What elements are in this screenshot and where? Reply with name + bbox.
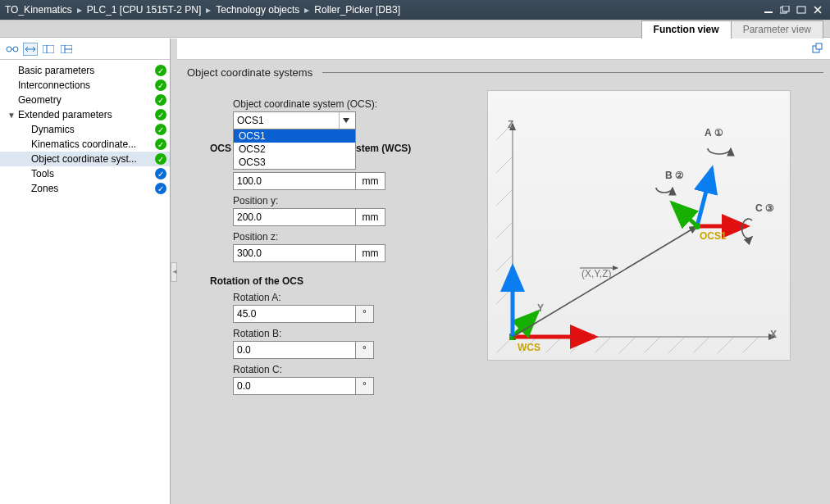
rot-a-input[interactable] [233,305,356,323]
rot-b-input[interactable] [233,341,356,359]
diagram-svg [488,91,791,361]
tree-item-8[interactable]: Zones✓ [0,181,170,196]
svg-line-21 [545,337,562,353]
parameter-tree[interactable]: Basic parameters✓Interconnections✓Geomet… [0,60,170,199]
ocs-select-label: Object coordinate system (OCS): [233,98,482,110]
detach-view-icon[interactable] [810,42,823,55]
window-restore-icon[interactable] [778,4,792,16]
sidebar-toolbar [0,39,170,60]
rot-c-label: Rotation C: [233,364,482,375]
ocs-select[interactable]: OCS1 OCS1 OCS2 OCS3 [233,111,356,129]
diagram-rot-c-num: ③ [765,202,774,214]
svg-point-47 [694,223,700,229]
diagram-rot-b-label: B [665,170,673,181]
view-tab-strip: Function view Parameter view [0,20,830,38]
form-column: Object coordinate system (OCS): OCS1 OCS… [187,82,482,494]
tree-item-label: Kinematics coordinate... [30,138,155,150]
diagram-rot-b-num: ② [675,170,684,181]
svg-line-43 [513,226,697,337]
ocs-select-value: OCS1 [237,115,264,126]
ocs-select-input: OCS1 [233,111,356,129]
status-ok-icon: ✓ [155,94,166,106]
tree-item-0[interactable]: Basic parameters✓ [0,63,170,78]
dropdown-caret-icon[interactable] [339,112,352,129]
tree-item-3[interactable]: ▼Extended parameters✓ [0,107,170,122]
diagram-rot-a-label: A [705,127,711,138]
tree-item-label: Zones [30,183,155,194]
svg-line-34 [496,222,513,238]
vertical-splitter[interactable] [171,39,177,504]
rot-c-unit-button[interactable]: ° [356,377,374,395]
section-rule [322,72,823,73]
status-ok-icon: ✓ [155,79,166,91]
section-title-text: Object coordinate systems [187,66,312,79]
tree-item-4[interactable]: Dynamics✓ [0,122,170,137]
tree-item-1[interactable]: Interconnections✓ [0,78,170,93]
svg-line-32 [496,157,513,173]
ocs-option-1[interactable]: OCS1 [234,129,355,143]
svg-line-25 [644,337,660,353]
breadcrumb-0[interactable]: TO_Kinematics [5,4,72,16]
diagram-z-axis-label: Z [508,119,513,130]
ocs-option-2[interactable]: OCS2 [234,143,355,156]
toolbar-glasses-icon[interactable] [5,43,20,56]
svg-rect-16 [816,43,822,49]
svg-line-22 [570,337,586,353]
diagram-y-axis-label: Y [537,302,544,314]
pos-x-input[interactable] [233,172,356,190]
diagram-wcs-label: WCS [518,342,540,353]
rot-a-unit-button[interactable]: ° [356,305,374,323]
breadcrumb-3[interactable]: Roller_Picker [DB3] [314,4,400,16]
breadcrumb-separator: ▸ [304,4,309,16]
tree-item-7[interactable]: Tools✓ [0,166,170,181]
pos-x-unit: mm [356,172,385,190]
svg-line-46 [697,169,712,226]
svg-rect-3 [797,7,805,13]
svg-line-36 [496,288,513,304]
diagram-x-axis-label: X [770,329,777,340]
svg-line-26 [668,337,685,353]
toolbar-layout2-icon[interactable] [59,43,74,56]
toolbar-layout1-icon[interactable] [41,43,56,56]
svg-line-29 [742,337,759,353]
svg-line-23 [595,337,611,353]
ocs-select-listbox[interactable]: OCS1 OCS2 OCS3 [233,129,356,170]
svg-line-45 [673,203,697,226]
tree-expander-icon[interactable]: ▼ [7,111,16,120]
status-ok-icon: ✓ [155,138,166,150]
window-close-icon[interactable] [810,4,825,16]
pos-y-unit: mm [356,208,385,226]
pos-y-input[interactable] [233,208,356,226]
status-info-icon: ✓ [155,183,166,194]
tab-function-view[interactable]: Function view [641,20,732,39]
svg-line-35 [496,255,513,271]
diagram-rot-a-num: ① [714,127,723,138]
svg-point-7 [13,47,18,52]
window-maximize-icon[interactable] [794,4,809,16]
diagram-vector-label: (X,Y,Z) [581,268,611,279]
rot-c-input[interactable] [233,377,356,395]
tree-item-6[interactable]: Object coordinate syst...✓ [0,152,170,166]
breadcrumb-1[interactable]: PLC_1 [CPU 1515T-2 PN] [87,4,201,16]
content-toolbar [177,39,830,60]
title-bar: TO_Kinematics ▸ PLC_1 [CPU 1515T-2 PN] ▸… [0,0,830,20]
tree-item-label: Dynamics [30,124,155,135]
status-ok-icon: ✓ [155,65,166,76]
toolbar-fitwidth-icon[interactable] [23,43,38,56]
ocs-option-3[interactable]: OCS3 [234,156,355,169]
diagram-ocs-label: OCS1 [700,230,727,242]
pos-z-unit: mm [356,244,385,262]
tree-item-5[interactable]: Kinematics coordinate...✓ [0,137,170,152]
window-minimize-icon[interactable] [761,4,776,16]
pos-z-label: Position z: [233,231,482,243]
rot-b-unit-button[interactable]: ° [356,341,374,359]
tab-parameter-view[interactable]: Parameter view [731,20,823,39]
breadcrumb-2[interactable]: Technology objects [216,4,299,16]
content-pane: Object coordinate systems Object coordin… [177,39,830,504]
tree-item-2[interactable]: Geometry✓ [0,93,170,107]
svg-line-33 [496,189,513,206]
svg-rect-0 [764,11,773,13]
rot-a-label: Rotation A: [233,292,482,303]
tree-item-label: Geometry [16,94,155,106]
pos-z-input[interactable] [233,244,356,262]
